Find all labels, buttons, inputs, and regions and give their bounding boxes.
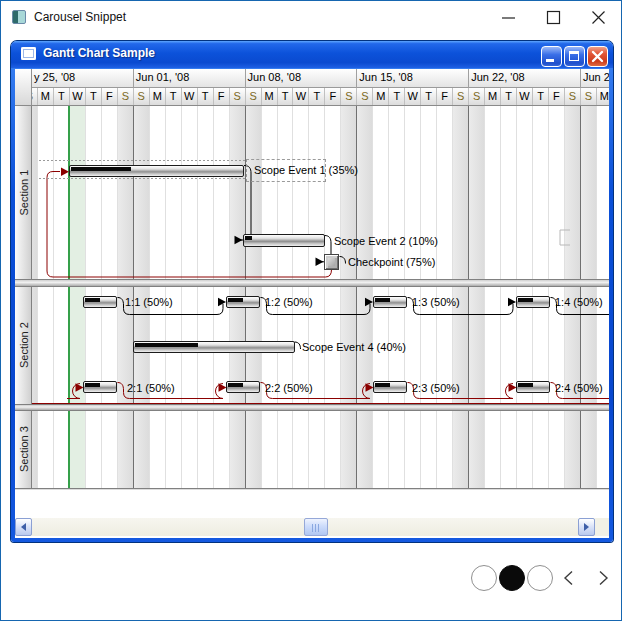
gantt-window-icon — [21, 47, 36, 60]
day-letter-cell: S — [356, 88, 372, 105]
day-letter-cell: S — [245, 88, 261, 105]
day-letter-cell: T — [85, 88, 101, 105]
gantt-bar-scope4[interactable] — [133, 341, 295, 353]
task-label-t21: 2:1 (50%) — [127, 382, 175, 395]
day-letter-cell: W — [404, 88, 420, 105]
carousel-dot-3[interactable] — [527, 565, 553, 591]
day-letter-cell: F — [324, 88, 340, 105]
day-letter-cell: M — [484, 88, 500, 105]
scroll-right-button[interactable] — [578, 518, 595, 536]
app-maximize-button[interactable] — [531, 1, 575, 33]
day-letter-cell: T — [420, 88, 436, 105]
carousel-dot-2[interactable] — [499, 565, 525, 591]
progress-bar — [85, 298, 100, 302]
progress-bar — [375, 383, 390, 387]
section-label: Section 3 — [17, 411, 30, 488]
gantt-close-button[interactable] — [587, 46, 608, 67]
gantt-bar-t21[interactable] — [83, 381, 117, 393]
gantt-bar-t13[interactable] — [373, 296, 407, 308]
scroll-left-button[interactable] — [15, 518, 32, 536]
gantt-bar-t14[interactable] — [516, 296, 550, 308]
week-label: Jun 01, '08 — [136, 71, 189, 83]
gantt-content: y 25, '08Jun 01, '08Jun 08, '08Jun 15, '… — [15, 69, 609, 538]
day-letter-cell: S — [564, 88, 580, 105]
section-header-3[interactable]: Section 3 — [15, 411, 32, 488]
gantt-bar-t12[interactable] — [226, 296, 260, 308]
day-letter-cell: T — [532, 88, 548, 105]
scroll-left-arrow-icon — [17, 523, 26, 531]
horizontal-scrollbar[interactable] — [15, 518, 609, 536]
section-header-2[interactable]: Section 2 — [15, 287, 32, 404]
scrollbar-thumb[interactable] — [304, 518, 328, 536]
app-title: Carousel Snippet — [34, 10, 126, 24]
timeline-date-row: y 25, '08Jun 01, '08Jun 08, '08Jun 15, '… — [15, 69, 609, 88]
section-separator — [15, 279, 609, 287]
day-letter-cell: W — [516, 88, 532, 105]
week-label: Jun 15, '08 — [359, 71, 412, 83]
progress-bar — [85, 383, 100, 387]
gantt-maximize-button[interactable] — [564, 46, 585, 67]
app-window: Carousel Snippet Gantt Chart Sample y 25… — [0, 0, 622, 621]
day-letter-cell: M — [261, 88, 277, 105]
day-letter-cell: T — [165, 88, 181, 105]
gantt-bar-t22[interactable] — [226, 381, 260, 393]
day-letter-cell: M — [149, 88, 165, 105]
app-close-button[interactable] — [576, 1, 620, 33]
day-letter-cell: S — [468, 88, 484, 105]
gantt-bar-t23[interactable] — [373, 381, 407, 393]
gantt-titlebar[interactable]: Gantt Chart Sample — [11, 41, 613, 68]
day-letter-cell: W — [181, 88, 197, 105]
day-letter-cell: S — [452, 88, 468, 105]
gantt-minimize-button[interactable] — [541, 46, 562, 67]
progress-bar — [228, 383, 243, 387]
task-label-scope2: Scope Event 2 (10%) — [334, 235, 438, 248]
carousel-next-button[interactable] — [596, 570, 610, 586]
day-letter-cell: W — [292, 88, 308, 105]
gantt-bar-t24[interactable] — [516, 381, 550, 393]
app-titlebar[interactable]: Carousel Snippet — [1, 1, 621, 33]
day-letter-cell: S — [580, 88, 596, 105]
scrollbar-corner — [595, 518, 609, 536]
task-label-t13: 1:3 (50%) — [412, 296, 460, 309]
gantt-window-title: Gantt Chart Sample — [43, 46, 155, 60]
week-label: Jun 08, '08 — [248, 71, 301, 83]
close-icon — [591, 10, 606, 25]
day-letter-cell: M — [37, 88, 53, 105]
day-letter-cell: F — [101, 88, 117, 105]
day-letter-cell: T — [500, 88, 516, 105]
week-tick — [468, 69, 469, 88]
carousel-prev-button[interactable] — [562, 570, 576, 586]
carousel-dot-1[interactable] — [471, 565, 497, 591]
task-label-t12: 1:2 (50%) — [265, 296, 313, 309]
week-tick — [580, 69, 581, 88]
week-label: Jun 22, '08 — [471, 71, 524, 83]
progress-bar — [518, 298, 533, 302]
scroll-right-arrow-icon — [584, 523, 593, 531]
gantt-bar-scope2[interactable] — [243, 234, 325, 247]
chevron-left-icon — [562, 570, 576, 586]
task-label-scope4: Scope Event 4 (40%) — [302, 341, 406, 354]
task-label-checkpoint: Checkpoint (75%) — [348, 256, 435, 269]
timeline-day-row: SMTWTFSSMTWTFSSMTWTFSSMTWTFSSMTWTFSSM — [15, 88, 609, 106]
section-separator — [15, 404, 609, 412]
maximize-icon — [569, 51, 579, 61]
day-letter-cell: M — [596, 88, 609, 105]
task-label-scope1: Scope Event 1 (35%) — [254, 164, 358, 177]
day-letter-cell: T — [197, 88, 213, 105]
chevron-right-icon — [596, 570, 610, 586]
day-letter-cell: T — [388, 88, 404, 105]
day-letter-cell: S — [229, 88, 245, 105]
day-letter-cell: M — [372, 88, 388, 105]
day-letter-cell: F — [436, 88, 452, 105]
milestone-checkpoint[interactable] — [324, 254, 340, 270]
task-label-t11: 1:1 (50%) — [125, 296, 173, 309]
gantt-bar-t11[interactable] — [83, 296, 117, 308]
gantt-bar-scope1[interactable] — [69, 165, 244, 178]
task-label-t23: 2:3 (50%) — [412, 382, 460, 395]
section-header-1[interactable]: Section 1 — [15, 106, 32, 279]
day-letter-cell: F — [213, 88, 229, 105]
app-minimize-button[interactable] — [486, 1, 530, 33]
progress-bar — [228, 298, 243, 302]
task-label-t14: 1:4 (50%) — [555, 296, 603, 309]
day-letter-cell: T — [308, 88, 324, 105]
